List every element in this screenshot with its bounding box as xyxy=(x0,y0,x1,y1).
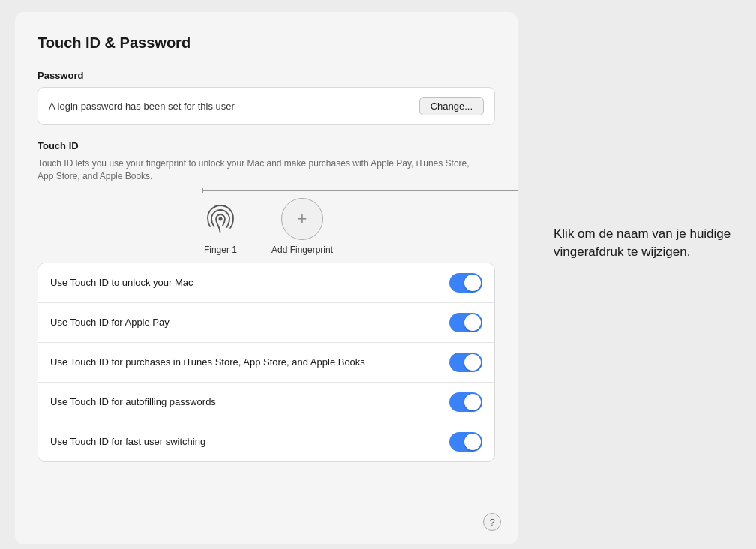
add-fingerprint-label: Add Fingerprint xyxy=(272,244,333,255)
svg-point-0 xyxy=(218,217,222,220)
touchid-section: Touch ID Touch ID lets you use your fing… xyxy=(38,140,495,255)
fingerprint-label-1: Finger 1 xyxy=(204,244,237,255)
password-section-label: Password xyxy=(38,70,495,81)
toggle-label-applepay: Use Touch ID for Apple Pay xyxy=(50,316,440,329)
touchid-description: Touch ID lets you use your fingerprint t… xyxy=(38,158,472,183)
toggle-label-autofill: Use Touch ID for autofilling passwords xyxy=(50,395,440,409)
fingerprint-svg xyxy=(201,200,240,238)
add-fingerprint-item[interactable]: + Add Fingerprint xyxy=(272,198,333,255)
touchid-section-label: Touch ID xyxy=(38,140,495,152)
toggle-row-autofill: Use Touch ID for autofilling passwords xyxy=(38,382,494,422)
toggle-apple-pay[interactable] xyxy=(449,313,482,332)
callout-line xyxy=(202,190,518,191)
toggle-label-purchases: Use Touch ID for purchases in iTunes Sto… xyxy=(50,356,440,369)
callout-text: Klik om de naam van je huidige vingerafd… xyxy=(554,225,734,261)
fingerprint-icon-1 xyxy=(200,198,242,240)
toggle-list: Use Touch ID to unlock your Mac Use Touc… xyxy=(38,262,495,462)
screen: Touch ID & Password Password A login pas… xyxy=(0,0,756,549)
toggle-autofill[interactable] xyxy=(449,392,482,412)
toggle-row-switching: Use Touch ID for fast user switching xyxy=(38,422,494,461)
add-fingerprint-circle: + xyxy=(281,198,323,240)
toggle-row-purchases: Use Touch ID for purchases in iTunes Sto… xyxy=(38,343,494,382)
toggle-label-unlock: Use Touch ID to unlock your Mac xyxy=(50,276,440,290)
toggle-switching[interactable] xyxy=(449,432,482,452)
toggle-purchases[interactable] xyxy=(449,352,482,372)
panel-title: Touch ID & Password xyxy=(38,34,495,52)
fingerprint-area: Finger 1 + Add Fingerprint xyxy=(38,198,495,255)
toggle-unlock-mac[interactable] xyxy=(449,273,482,292)
toggle-label-switching: Use Touch ID for fast user switching xyxy=(50,435,440,448)
change-password-button[interactable]: Change... xyxy=(419,97,484,116)
fingerprint-item-1[interactable]: Finger 1 xyxy=(200,198,242,255)
toggle-row-applepay: Use Touch ID for Apple Pay xyxy=(38,303,494,343)
password-row: A login password has been set for this u… xyxy=(38,87,495,125)
help-button[interactable]: ? xyxy=(483,513,501,531)
settings-panel: Touch ID & Password Password A login pas… xyxy=(15,12,518,544)
toggle-row-unlock: Use Touch ID to unlock your Mac xyxy=(38,263,494,303)
password-description: A login password has been set for this u… xyxy=(49,100,235,112)
